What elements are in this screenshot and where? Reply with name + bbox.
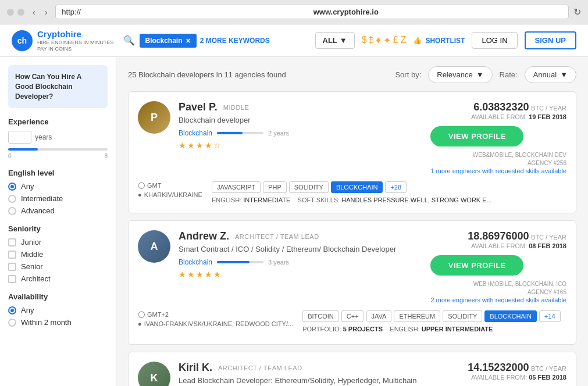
star-1-3: ★ (196, 141, 204, 150)
card-bottom-2: ◯ GMT+2 ● IVANO-FRANKIVSK/UKRAINE, REDWO… (138, 310, 566, 335)
address-bar[interactable]: http:// www.cryptohire.io (55, 5, 569, 19)
checkbox-senior (8, 263, 16, 271)
more-engineers-2[interactable]: 2 more engineers with requested skills a… (430, 296, 566, 303)
tag-solidity[interactable]: SOLIDITY (289, 181, 329, 193)
tag-java[interactable]: JAVA (366, 310, 392, 322)
availability-2month[interactable]: Within 2 month (8, 318, 108, 327)
tag-count-2[interactable]: +14 (539, 310, 561, 322)
skill-bar-1 (217, 132, 263, 134)
range-track (8, 148, 38, 151)
bitcoin-icon: ₿ (369, 35, 374, 46)
experience-input[interactable] (8, 131, 31, 144)
sidebar-promo: How Can You Hire A Good Blockchain Devel… (8, 65, 108, 108)
search-tags: Blockchain × 2 MORE KEYWORDS (140, 34, 270, 48)
tags-row-1: JAVASCRIPT PHP SOLIDITY BLOCKCHAIN +28 (212, 181, 566, 193)
agency-info-2: WEB+MOBILE, BLOCKCHAIN, ICOAGENCY #165 (430, 280, 566, 296)
range-min: 0 (8, 153, 12, 159)
btc-currency-2: BTC / YEAR (531, 234, 566, 241)
more-keywords-link[interactable]: 2 MORE KEYWORDS (200, 37, 270, 45)
forward-button[interactable]: › (41, 6, 51, 18)
tag-blockchain-2[interactable]: BLOCKCHAIN (484, 310, 537, 322)
skill-years-1: 2 years (268, 130, 289, 137)
all-dropdown[interactable]: ALL ▼ (315, 32, 355, 49)
experience-label: Experience (8, 117, 108, 126)
candidate-level-2: ARCHITECT / TEAM LEAD (235, 233, 319, 240)
location-2: ● IVANO-FRANKIVSK/UKRAINE, REDWOOD CITY/… (138, 320, 293, 327)
star-1-2: ★ (187, 141, 195, 150)
btc-amount-1: 6.03832320 (473, 101, 529, 113)
chevron-down-icon: ▼ (340, 36, 347, 45)
avail-2mo-label: Within 2 month (21, 318, 72, 327)
sort-chevron-icon: ▼ (476, 70, 484, 79)
sort-value: Relevance (437, 70, 472, 79)
dot-1 (7, 9, 14, 16)
back-button[interactable]: ‹ (29, 6, 39, 18)
tag-cpp[interactable]: C++ (341, 310, 364, 322)
tag-blockchain-1[interactable]: BLOCKCHAIN (331, 181, 383, 193)
tag-count-1[interactable]: +28 (385, 181, 407, 193)
navbar: ch Cryptohire HIRE ENGINEERS IN MINUTES … (0, 24, 588, 57)
seniority-section: Seniority Junior Middle Senior Architect (8, 224, 108, 283)
eth-icon: ♦ (376, 35, 381, 46)
main-layout: How Can You Hire A Good Blockchain Devel… (0, 57, 588, 386)
skill-fill-2 (217, 261, 250, 263)
availability-any[interactable]: Any (8, 306, 108, 314)
refresh-button[interactable]: ↻ (573, 6, 581, 17)
avail-2mo-circle (8, 319, 16, 327)
candidate-name-3: Kiril K. (179, 362, 212, 374)
english-intermediate[interactable]: Intermediate (8, 194, 108, 203)
tag-ethereum[interactable]: ETHEREUM (394, 310, 440, 322)
rate-dropdown[interactable]: Annual ▼ (525, 66, 576, 83)
login-button[interactable]: LOG IN (472, 32, 517, 49)
candidate-card-2: A Andrew Z. ARCHITECT / TEAM LEAD Smart … (128, 220, 576, 345)
remove-tag-icon[interactable]: × (186, 36, 191, 45)
middle-label: Middle (21, 250, 43, 259)
english-level-label: English level (8, 169, 108, 177)
checkbox-architect (8, 275, 16, 283)
view-profile-button-1[interactable]: VIEW PROFILE (430, 126, 523, 146)
view-profile-button-2[interactable]: VIEW PROFILE (430, 255, 523, 276)
shortlist-button[interactable]: 👍 SHORTLIST (413, 37, 465, 45)
tag-bitcoin[interactable]: BITCOIN (302, 310, 339, 322)
browser-nav[interactable]: ‹ › (29, 6, 51, 18)
candidate-card-3: K Kiril K. ARCHITECT / TEAM LEAD Lead Bl… (128, 352, 576, 386)
tz-1: ◯ GMT (138, 181, 202, 189)
search-icon[interactable]: 🔍 (123, 35, 135, 46)
checkbox-middle (8, 251, 16, 259)
seniority-senior[interactable]: Senior (8, 262, 108, 271)
zcash-icon: Z (401, 35, 407, 46)
star-1-4: ★ (205, 141, 212, 150)
rate-label: Rate: (500, 70, 518, 79)
card-info-3: Kiril K. ARCHITECT / TEAM LEAD Lead Bloc… (179, 362, 459, 386)
seniority-label: Seniority (8, 224, 108, 233)
experience-slider[interactable] (8, 148, 108, 151)
logo-name: Cryptohire (37, 29, 114, 40)
pin-icon-1: ● (138, 191, 142, 198)
search-area: 🔍 Blockchain × 2 MORE KEYWORDS (123, 34, 306, 48)
experience-section: Experience years 0 8 (8, 117, 108, 159)
rate-chevron-icon: ▼ (560, 70, 568, 79)
sort-area: Sort by: Relevance ▼ Rate: Annual ▼ (395, 66, 576, 83)
avail-any-circle (8, 306, 16, 314)
english-any[interactable]: Any (8, 182, 108, 191)
skill-name-2: Blockchain (179, 258, 212, 266)
seniority-middle[interactable]: Middle (8, 250, 108, 259)
radio-advanced-circle (8, 207, 16, 215)
dot-2 (17, 9, 24, 16)
junior-label: Junior (21, 238, 41, 246)
tag-solidity-2[interactable]: SOLIDITY (443, 310, 482, 322)
browser-chrome: ‹ › http:// www.cryptohire.io ↻ (0, 0, 588, 24)
sort-dropdown[interactable]: Relevance ▼ (428, 66, 492, 83)
tz-value-1: GMT (147, 182, 161, 189)
signup-button[interactable]: SIGN UP (525, 31, 576, 49)
blockchain-tag[interactable]: Blockchain × (140, 34, 197, 48)
tag-javascript[interactable]: JAVASCRIPT (212, 181, 261, 193)
skill-name-1: Blockchain (179, 129, 212, 137)
more-engineers-1[interactable]: 1 more engineers with requested skills a… (430, 167, 566, 174)
seniority-junior[interactable]: Junior (8, 238, 108, 246)
english-advanced[interactable]: Advanced (8, 206, 108, 215)
seniority-architect[interactable]: Architect (8, 274, 108, 283)
avatar-2: A (138, 230, 170, 263)
pin-icon-2: ● (138, 320, 142, 327)
tag-php[interactable]: PHP (263, 181, 287, 193)
